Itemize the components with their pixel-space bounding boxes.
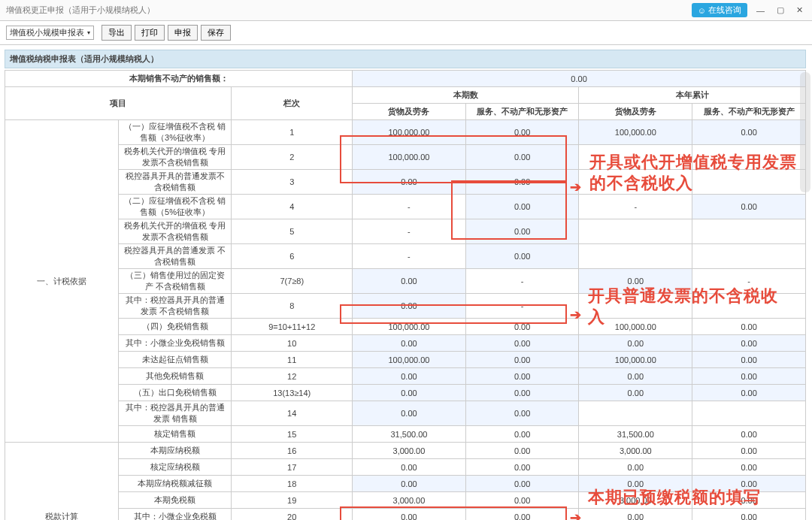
- value-cell[interactable]: 0.00: [353, 269, 466, 294]
- value-cell[interactable]: 0.00: [579, 459, 692, 476]
- value-cell[interactable]: 0.00: [465, 492, 579, 509]
- value-cell[interactable]: 0.00: [692, 335, 806, 352]
- value-cell[interactable]: 0.00: [465, 509, 579, 521]
- value-cell[interactable]: 0.00: [692, 195, 806, 219]
- value-cell[interactable]: 0.00: [692, 352, 806, 368]
- value-cell[interactable]: 0.00: [465, 170, 579, 195]
- value-cell[interactable]: 0.00: [465, 476, 579, 492]
- value-cell[interactable]: 100,000.00: [579, 120, 692, 145]
- titlebar: 增值税更正申报（适用于小规模纳税人） ☺ 在线咨询 — ▢ ✕: [0, 0, 812, 21]
- value-cell[interactable]: 0.00: [692, 459, 806, 476]
- annotation-arrow-1: ➔: [570, 179, 581, 195]
- value-cell[interactable]: 0.00: [465, 335, 579, 352]
- form-selector[interactable]: 增值税小规模申报表 ▾: [6, 26, 94, 40]
- value-cell[interactable]: 31,500.00: [579, 426, 692, 443]
- value-cell[interactable]: 0.00: [692, 120, 806, 145]
- row-code: 1: [232, 120, 353, 145]
- value-cell: [692, 401, 806, 426]
- export-button[interactable]: 导出: [102, 25, 132, 41]
- value-cell[interactable]: 0.00: [465, 443, 579, 459]
- annotation-text-1: 开具或代开增值税专用发票的不含税收入: [589, 152, 807, 193]
- value-cell[interactable]: 0.00: [353, 368, 466, 385]
- value-cell[interactable]: 100,000.00: [353, 319, 466, 335]
- value-cell[interactable]: 0.00: [353, 401, 466, 426]
- value-cell[interactable]: 0.00: [353, 459, 466, 476]
- value-cell[interactable]: 0.00: [579, 385, 692, 401]
- value-cell[interactable]: 0.00: [465, 195, 579, 219]
- value-cell: [692, 219, 806, 244]
- value-cell[interactable]: 0.00: [465, 120, 579, 145]
- value-cell: [579, 244, 692, 269]
- row-code: 12: [232, 368, 353, 385]
- value-cell[interactable]: 0.00: [465, 459, 579, 476]
- value-cell: -: [579, 195, 692, 219]
- maximize-icon[interactable]: ▢: [774, 4, 787, 17]
- row-code: 5: [232, 219, 353, 244]
- value-cell[interactable]: 0.00: [692, 368, 806, 385]
- annotation-text-3: 本期已预缴税额的填写: [588, 487, 791, 508]
- value-cell[interactable]: 0.00: [353, 509, 466, 521]
- value-cell: -: [465, 294, 579, 319]
- declare-button[interactable]: 申报: [168, 25, 198, 41]
- value-cell[interactable]: 0.00: [465, 401, 579, 426]
- value-cell[interactable]: 3,000.00: [353, 443, 466, 459]
- value-cell[interactable]: 100,000.00: [579, 352, 692, 368]
- value-cell[interactable]: 0.00: [465, 368, 579, 385]
- value-cell[interactable]: 0.00: [465, 426, 579, 443]
- value-cell[interactable]: 3,000.00: [579, 443, 692, 459]
- value-cell[interactable]: 0.00: [465, 385, 579, 401]
- row-code: 6: [232, 244, 353, 269]
- value-cell[interactable]: 0.00: [692, 509, 806, 521]
- value-cell: [692, 244, 806, 269]
- row-label: 其中：税控器具开具的普通发票 销售额: [118, 401, 232, 426]
- minimize-icon[interactable]: —: [753, 5, 768, 17]
- row-label: 其中：小微企业免税额: [118, 509, 232, 521]
- value-cell[interactable]: 100,000.00: [353, 352, 466, 368]
- row-code: 7(7≥8): [232, 269, 353, 294]
- value-cell[interactable]: 0.00: [465, 244, 579, 269]
- value-cell[interactable]: 0.00: [579, 368, 692, 385]
- row-code: 10: [232, 335, 353, 352]
- value-cell[interactable]: 0.00: [692, 385, 806, 401]
- online-service-button[interactable]: ☺ 在线咨询: [692, 3, 747, 17]
- header-realestate-value[interactable]: 0.00: [353, 71, 806, 87]
- value-cell[interactable]: 0.00: [465, 319, 579, 335]
- value-cell[interactable]: 0.00: [353, 476, 466, 492]
- section-2: 税款计算: [5, 443, 119, 521]
- save-button[interactable]: 保存: [201, 25, 231, 41]
- value-cell[interactable]: 0.00: [579, 335, 692, 352]
- value-cell[interactable]: 0.00: [353, 385, 466, 401]
- form-title-bar: 增值税纳税申报表（适用小规模纳税人）: [5, 50, 806, 68]
- row-code: 20: [232, 509, 353, 521]
- row-label: 核定应纳税额: [118, 459, 232, 476]
- value-cell: -: [353, 219, 466, 244]
- annotation-arrow-2: ➔: [570, 307, 581, 323]
- row-label: 本期应纳税额: [118, 443, 232, 459]
- value-cell[interactable]: 0.00: [353, 294, 466, 319]
- row-label: 其他免税销售额: [118, 368, 232, 385]
- value-cell[interactable]: 100,000.00: [353, 145, 466, 170]
- row-code: 4: [232, 195, 353, 219]
- print-button[interactable]: 打印: [135, 25, 165, 41]
- value-cell[interactable]: 0.00: [353, 335, 466, 352]
- value-cell[interactable]: 0.00: [353, 170, 466, 195]
- value-cell[interactable]: 0.00: [465, 352, 579, 368]
- value-cell: [579, 401, 692, 426]
- value-cell[interactable]: 100,000.00: [353, 120, 466, 145]
- value-cell[interactable]: 31,500.00: [353, 426, 466, 443]
- value-cell[interactable]: 0.00: [579, 509, 692, 521]
- value-cell: -: [353, 244, 466, 269]
- window-title: 增值税更正申报（适用于小规模纳税人）: [6, 5, 155, 16]
- value-cell[interactable]: 0.00: [692, 443, 806, 459]
- value-cell[interactable]: 3,000.00: [353, 492, 466, 509]
- row-label: （三）销售使用过的固定资产 不含税销售额: [118, 269, 232, 294]
- row-label: （四）免税销售额: [118, 319, 232, 335]
- row-label: 税控器具开具的普通发票 不含税销售额: [118, 244, 232, 269]
- row-label: 税务机关代开的增值税 专用发票不含税销售额: [118, 145, 232, 170]
- close-icon[interactable]: ✕: [793, 4, 806, 17]
- row-label: 税务机关代开的增值税 专用发票不含税销售额: [118, 219, 232, 244]
- value-cell[interactable]: 0.00: [465, 219, 579, 244]
- value-cell[interactable]: 0.00: [465, 145, 579, 170]
- value-cell[interactable]: 0.00: [692, 426, 806, 443]
- row-code: 16: [232, 443, 353, 459]
